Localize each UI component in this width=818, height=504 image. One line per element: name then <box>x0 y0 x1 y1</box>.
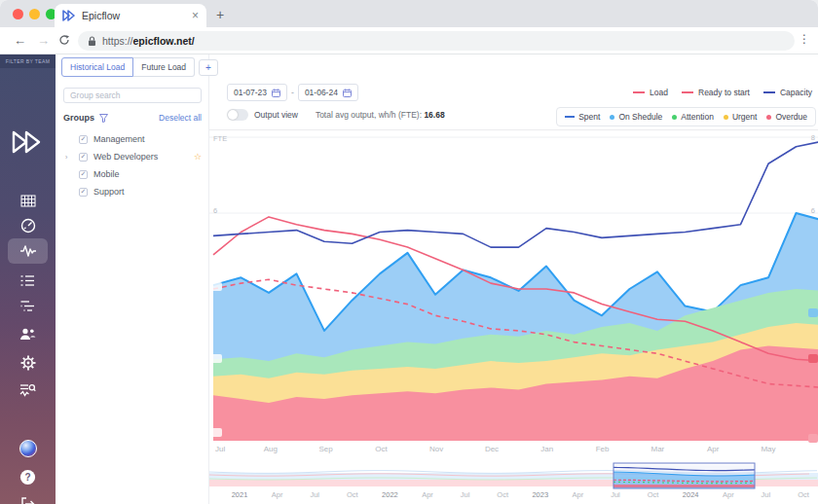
quarter-label: Oct <box>497 490 508 499</box>
load-tabs: Historical Load Future Load + <box>61 57 218 77</box>
new-tab-button[interactable]: + <box>216 7 224 22</box>
epicflow-favicon <box>62 10 75 21</box>
url-text: https://epicflow.net/ <box>102 35 195 47</box>
y-tick-left-6: 6 <box>213 206 217 215</box>
y-tick-right-6: 6 <box>811 206 815 215</box>
close-window-button[interactable] <box>13 9 23 19</box>
app-sphere-icon[interactable] <box>8 436 48 461</box>
load-pulse-icon[interactable] <box>8 238 48 264</box>
legend-swatch <box>682 91 693 93</box>
date-range: 01-07-23 - 01-06-24 <box>227 84 358 101</box>
legend-item[interactable]: Overdue <box>766 112 807 122</box>
main-content: 01-07-23 - 01-06-24 <box>209 54 818 504</box>
grid-icon[interactable] <box>8 188 48 213</box>
quarter-label: Jul <box>611 490 620 499</box>
star-icon[interactable]: ☆ <box>194 152 202 162</box>
year-label: 2023 <box>532 490 548 499</box>
tab-future-load[interactable]: Future Load <box>133 57 195 77</box>
group-item[interactable]: ›✓Web Developers☆ <box>63 148 205 165</box>
filter-panel: Historical Load Future Load + Groups Des… <box>56 54 209 504</box>
legend-item[interactable]: Ready to start <box>682 88 750 97</box>
quarter-label: Jul <box>762 490 771 499</box>
quarter-label: Apr <box>422 490 433 499</box>
url-bar[interactable]: https://epicflow.net/ <box>78 31 795 51</box>
group-item[interactable]: ✓Management <box>63 130 205 148</box>
epicflow-logo[interactable] <box>11 128 44 160</box>
browser-toolbar: ← → https://epicflow.net/ ⋮ <box>0 27 818 54</box>
y-tick-right-8: 8 <box>811 133 815 142</box>
month-label: Dec <box>485 445 499 453</box>
year-label: 2021 <box>232 490 248 499</box>
back-icon[interactable]: ← <box>14 33 26 48</box>
quarter-label: Oct <box>347 490 358 499</box>
settings-gear-icon[interactable] <box>8 350 48 376</box>
tab-historical-load[interactable]: Historical Load <box>61 57 133 77</box>
group-checkbox[interactable]: ✓ <box>79 170 88 179</box>
users-icon[interactable] <box>8 321 48 346</box>
tab-close-icon[interactable]: × <box>192 9 199 22</box>
month-label: Mar <box>651 445 665 453</box>
reload-icon[interactable] <box>58 34 70 46</box>
resource-search-icon[interactable] <box>8 378 48 403</box>
group-item[interactable]: ✓Support <box>63 183 205 200</box>
quarter-label: Jul <box>461 490 470 499</box>
sidebar: FILTER BY TEAM <box>0 54 56 504</box>
legend-swatch <box>763 91 775 93</box>
value-badge <box>211 354 222 363</box>
group-checkbox[interactable]: ✓ <box>79 135 88 144</box>
help-icon[interactable]: ? <box>8 464 48 489</box>
epicflow-app: FILTER BY TEAM <box>0 54 818 504</box>
group-item[interactable]: ✓Mobile <box>63 165 205 183</box>
svg-text:?: ? <box>24 472 30 483</box>
legend-item[interactable]: Load <box>633 88 668 97</box>
month-label: Jul <box>215 445 225 453</box>
legend-item[interactable]: Capacity <box>763 88 812 97</box>
group-name: Mobile <box>93 169 120 179</box>
output-view-toggle[interactable] <box>227 109 248 121</box>
task-list-icon[interactable] <box>8 268 48 293</box>
load-chart-svg[interactable] <box>209 130 818 444</box>
timeline-axis: 2021AprJulOct2022AprJulOct2023AprJulOct2… <box>209 490 818 502</box>
year-label: 2024 <box>683 490 699 499</box>
minimize-window-button[interactable] <box>29 9 40 19</box>
browser-tabstrip: Epicflow × + <box>0 0 818 27</box>
value-badge <box>808 308 818 317</box>
deselect-all-link[interactable]: Deselect all <box>159 113 202 123</box>
month-label: Oct <box>375 445 387 453</box>
browser-tab[interactable]: Epicflow × <box>55 4 206 27</box>
group-name: Support <box>93 187 125 197</box>
year-label: 2022 <box>382 490 398 499</box>
month-axis: JulAugSepOctNovDecJanFebMarAprMay <box>209 445 818 456</box>
month-label: Sep <box>318 445 332 453</box>
load-chart: FTE 6 8 6 <box>209 129 818 443</box>
legend-item[interactable]: On Shedule <box>610 112 662 122</box>
quarter-label: Apr <box>573 490 584 499</box>
group-list: ✓Management›✓Web Developers☆✓Mobile✓Supp… <box>63 130 205 200</box>
date-to-input[interactable]: 01-06-24 <box>298 84 358 101</box>
group-checkbox[interactable]: ✓ <box>79 153 88 162</box>
group-search-input[interactable] <box>63 88 202 103</box>
logout-icon[interactable] <box>8 491 48 504</box>
filter-funnel-icon[interactable] <box>99 114 108 123</box>
groups-label: Groups <box>63 113 94 123</box>
forward-icon[interactable]: → <box>37 33 50 48</box>
legend-item[interactable]: Spent <box>565 112 600 122</box>
task-tree-icon[interactable] <box>8 294 48 319</box>
dashboard-gauge-icon[interactable] <box>8 213 48 238</box>
legend-lines: LoadReady to startCapacity <box>619 88 812 97</box>
month-label: Feb <box>596 445 610 453</box>
month-label: Aug <box>264 445 278 453</box>
output-view-label: Output view <box>254 110 298 120</box>
month-label: Jan <box>540 445 553 453</box>
legend-item[interactable]: Attention <box>672 112 714 122</box>
value-badge <box>808 434 818 443</box>
date-from-input[interactable]: 01-07-23 <box>227 84 287 101</box>
timeline-navigator[interactable] <box>209 461 818 490</box>
browser-menu-icon[interactable]: ⋮ <box>799 32 810 46</box>
legend-item[interactable]: Urgent <box>724 112 758 122</box>
value-badge <box>808 354 818 363</box>
group-checkbox[interactable]: ✓ <box>79 188 88 197</box>
date-separator: - <box>291 88 294 97</box>
expand-chevron-icon[interactable]: › <box>65 154 67 161</box>
quarter-label: Apr <box>272 490 283 499</box>
